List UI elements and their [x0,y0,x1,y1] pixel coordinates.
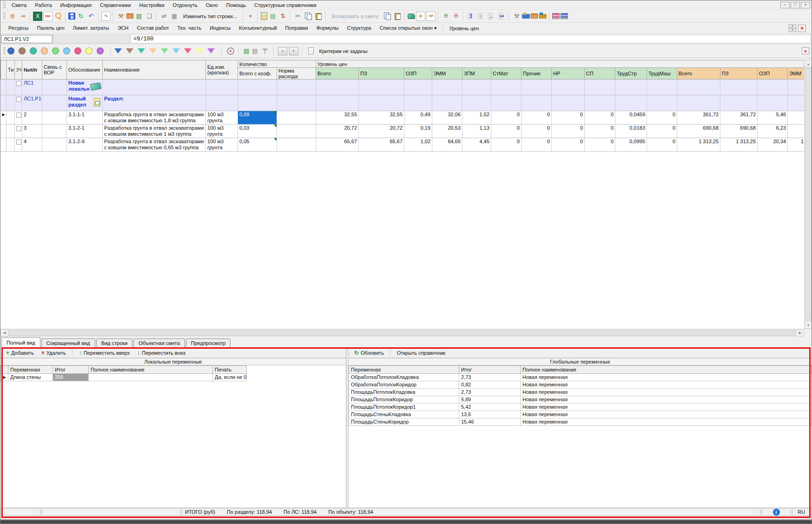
grid-row-4[interactable]: 33.1-2-1Разработка грунта в отвал экскав… [1,125,805,138]
grid-cell-value[interactable]: 0 [585,138,615,152]
color-mark-5[interactable] [52,47,59,54]
spinner-up-icon[interactable]: ▴ [789,24,796,28]
grid-cell-name[interactable]: Разработка грунта в отвал экскаваторами … [103,138,206,152]
scroll-down-icon[interactable]: ▼ [805,321,812,329]
tab-3[interactable]: Вид строки [96,338,133,348]
indent-out-icon[interactable]: ↤ [497,12,506,21]
price-p-icon[interactable]: P [416,12,425,21]
grid-cell-value[interactable]: 0 [647,111,677,125]
grid-cell-basis[interactable]: 3.1-2-9 [67,138,103,152]
color-mark-9[interactable] [97,47,104,54]
calculator-icon[interactable] [261,12,267,20]
row-checkbox[interactable] [16,126,21,131]
panel-button-1[interactable]: Ресурсы [4,24,33,33]
global-var-total[interactable]: 0,82 [459,381,521,389]
show-all-rows-icon[interactable]: ▤ [252,47,257,54]
machine-icon[interactable] [522,14,530,19]
global-var-total[interactable]: 5,42 [459,404,521,411]
grid-cell-value[interactable] [788,80,805,95]
panel-button-10[interactable]: Формулы [312,24,343,33]
grid-cell-value[interactable] [277,80,316,95]
grid-cell-value[interactable]: 0,49 [404,111,432,125]
grid-cell-ti[interactable] [7,95,15,111]
cell-reference-box[interactable]: ЛС1.P1.V2 [1,35,53,43]
panel-button-6[interactable]: Тех. часть [173,24,205,33]
grid-cell-ti[interactable] [7,80,15,95]
indent-add-icon[interactable]: ↥ [466,12,475,21]
grid-cell-value[interactable]: 20,72 [316,125,359,138]
grid-cell-value[interactable] [359,95,404,111]
grid-cell-num[interactable]: ЛС1.Р1 [22,95,42,111]
grid-cell-name[interactable]: Разработка грунта в отвал экскаваторами … [103,125,206,138]
global-var-row[interactable]: ОбработкаПотолокКладовка2,73Новая переме… [349,374,812,381]
global-var-total[interactable]: 13,6 [459,411,521,418]
grid-cell-vor[interactable] [42,125,67,138]
grid-cell-value[interactable] [788,95,805,111]
grid-cell-basis[interactable]: 3.1-2-1 [67,125,103,138]
grid-cell-value[interactable]: 0 [552,125,585,138]
move-variable-up-button[interactable]: ↑Переместить вверх [76,349,133,357]
add-work-icon[interactable]: ⚒ [116,12,125,21]
menu-item-5[interactable]: Настройки [135,1,169,9]
add-material-icon[interactable] [126,13,133,19]
grid-cell-value[interactable]: 361,72 [720,111,758,125]
grid-cell-value[interactable]: 0 [522,138,552,152]
color-mark-6[interactable] [63,47,70,54]
menu-item-4[interactable]: Справочники [96,1,135,9]
panel-button-11[interactable]: Структура [343,24,375,33]
spinner-down-icon[interactable]: ▾ [789,28,796,32]
undo-icon[interactable]: ↶ [86,12,96,21]
grid-cell-value[interactable]: 0,0995 [615,138,647,152]
copy-sheet-icon[interactable] [383,12,392,21]
global-var-fullname[interactable]: Новая переменная [521,411,812,418]
global-var-name[interactable]: ПлощадьСтеныКоридор [349,418,459,426]
color-filter-5[interactable] [161,48,168,53]
panel-button-7[interactable]: Индексы [205,24,235,33]
global-var-row[interactable]: ПлощадьПотолокКладовка2,73Новая переменн… [349,389,812,396]
grid-cell-basis[interactable]: Новый раздел [67,95,103,111]
tab-5[interactable]: Предпросмотр [186,338,231,348]
grid-cell-vor[interactable] [42,95,67,111]
local-var-print[interactable]: Да, если не 0 [213,374,247,381]
grid-cell-value[interactable] [316,80,359,95]
grid-cell-value[interactable]: 0,0459 [615,111,647,125]
grid-cell-unit[interactable]: 100 м3 грунта [206,138,238,152]
grid-cell-value[interactable] [647,95,677,111]
toolbar-grip[interactable] [3,13,6,20]
tab-4[interactable]: Объектная смета [133,338,185,348]
grid-cell-value[interactable] [491,80,522,95]
color-filter-6[interactable] [172,48,180,53]
selected-cell[interactable]: 0,09 [238,111,277,125]
grid-cell-value[interactable] [552,95,585,111]
grid-cell-ut[interactable] [15,80,22,95]
grid-cell-value[interactable]: 64,65 [432,138,462,152]
grid-cell-value[interactable]: 1,52 [462,111,491,125]
panel-button-2[interactable]: Панель цен [33,24,68,33]
grid-cell-value[interactable]: 0 [647,138,677,152]
menu-item-7[interactable]: Окно [202,1,222,9]
change-row-type-button[interactable]: Изменить тип строки... [179,12,241,20]
grid-cell-value[interactable]: 690,68 [677,125,720,138]
global-var-row[interactable]: ПлощадьПотолокКоридор15,42Новая переменн… [349,404,812,411]
grid-cell-unit[interactable] [206,80,238,95]
grid-cell-value[interactable]: 1 313,25 [720,138,758,152]
grid-cell-value[interactable] [720,80,758,95]
grid-cell-value[interactable]: 0 [585,125,615,138]
grid-cell-value[interactable] [462,80,491,95]
grid-cell-basis[interactable]: 3.1-1-1 [67,111,103,125]
panel-button-4[interactable]: ЭСН [113,24,133,33]
grid-cell-qty[interactable] [238,95,277,111]
global-var-name[interactable]: ПлощадьСтеныКладовка [349,411,459,418]
grid-cell-value[interactable]: 65,67 [316,138,359,152]
copy-icon[interactable] [304,12,313,21]
global-var-row[interactable]: ПлощадьСтеныКоридор15,46Новая переменная [349,418,812,426]
indent-up-icon[interactable]: ↑ [476,12,486,21]
object-estimate-icon[interactable]: ▦ [170,12,179,21]
refresh-icon[interactable]: ↻ [76,12,86,21]
color-mark-2[interactable] [19,47,26,54]
grid-cell-value[interactable]: 0 [647,125,677,138]
grid-cell-value[interactable] [432,80,462,95]
grid-cell-vor[interactable] [42,111,67,125]
price-current-books-icon[interactable] [561,13,568,19]
grid-row-2[interactable]: ЛС1.Р1Новый разделРаздел: [1,95,805,111]
